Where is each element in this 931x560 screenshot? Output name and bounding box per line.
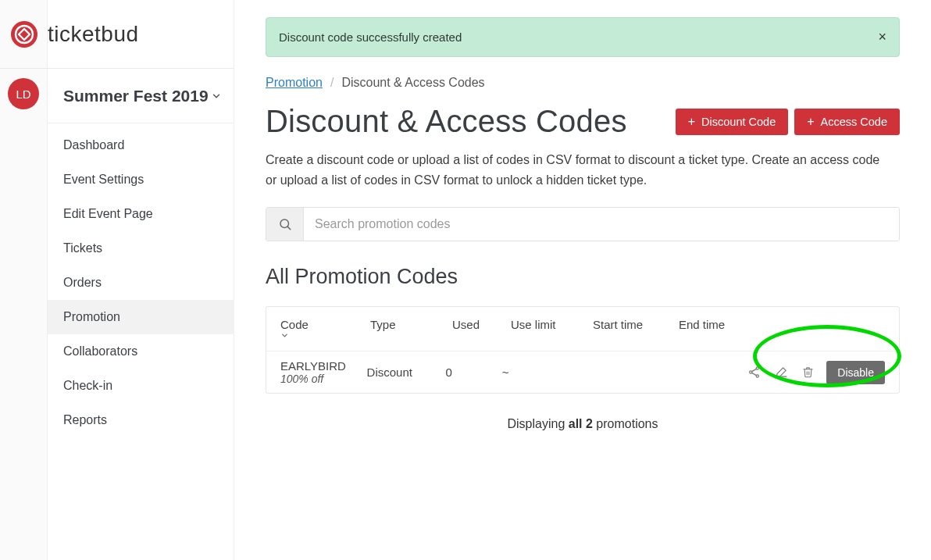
sidebar-item-orders[interactable]: Orders [48,266,234,300]
sidebar: ticketbud Summer Fest 2019 Dashboard Eve… [48,0,234,560]
flash-close-button[interactable]: × [878,29,886,45]
sidebar-item-tickets[interactable]: Tickets [48,231,234,266]
promotions-table: Code Type Used Use limit Start time End … [266,306,900,394]
cell-type: Discount [367,366,446,379]
chevron-down-icon [211,91,222,102]
pagination-text: Displaying all 2 promotions [266,417,900,431]
sidebar-item-edit-event-page[interactable]: Edit Event Page [48,197,234,231]
col-header-type[interactable]: Type [370,318,452,340]
flash-message: Discount code successfully created [279,30,462,44]
event-switcher[interactable]: Summer Fest 2019 [48,69,234,123]
cell-code: EARLYBIRD 100% off [280,359,367,385]
sidebar-item-promotion[interactable]: Promotion [48,300,234,334]
table-row: EARLYBIRD 100% off Discount 0 ~ [266,351,899,393]
search-bar [266,207,900,241]
add-access-code-button[interactable]: + Access Code [794,109,900,135]
col-header-code[interactable]: Code [280,318,370,340]
plus-icon: + [807,116,814,128]
col-header-use-limit[interactable]: Use limit [511,318,593,340]
sidebar-item-dashboard[interactable]: Dashboard [48,128,234,162]
button-label: Access Code [821,116,887,128]
add-discount-code-button[interactable]: + Discount Code [676,109,788,135]
breadcrumb-link-promotion[interactable]: Promotion [266,76,323,90]
success-flash: Discount code successfully created × [266,17,900,57]
cell-used: 0 [446,366,502,379]
sidebar-item-reports[interactable]: Reports [48,403,234,437]
breadcrumb: Promotion / Discount & Access Codes [266,76,900,90]
svg-line-3 [287,226,291,230]
svg-line-7 [752,369,757,372]
chevron-down-icon [280,331,370,340]
breadcrumb-separator: / [330,76,334,90]
sidebar-item-collaborators[interactable]: Collaborators [48,334,234,369]
avatar-column: LD [0,0,48,560]
edit-icon [775,366,788,379]
page-title: Discount & Access Codes [266,104,627,139]
trash-icon [802,366,814,379]
table-header: Code Type Used Use limit Start time End … [266,307,899,351]
button-label: Discount Code [701,116,776,128]
plus-icon: + [688,116,695,128]
page-description: Create a discount code or upload a list … [266,150,890,190]
edit-button[interactable] [773,364,790,380]
brand-name: ticketbud [48,22,139,47]
section-title: All Promotion Codes [266,265,900,289]
close-icon: × [878,29,886,45]
search-input[interactable] [304,208,899,241]
cell-use-limit: ~ [502,366,581,379]
code-value: EARLYBIRD [280,359,367,373]
search-icon [266,208,304,241]
sidebar-item-check-in[interactable]: Check-in [48,369,234,403]
share-icon [747,366,761,379]
col-header-end[interactable]: End time [679,318,765,340]
main-content: Discount code successfully created × Pro… [234,0,931,560]
sidebar-nav: Dashboard Event Settings Edit Event Page… [48,123,234,437]
event-title: Summer Fest 2019 [63,84,209,107]
disable-button[interactable]: Disable [826,361,885,384]
user-avatar[interactable]: LD [8,78,39,109]
code-discount: 100% off [280,373,367,385]
share-button[interactable] [746,364,762,380]
delete-button[interactable] [801,364,815,380]
sidebar-item-event-settings[interactable]: Event Settings [48,162,234,197]
svg-line-8 [752,373,757,376]
col-header-used[interactable]: Used [452,318,511,340]
col-header-start[interactable]: Start time [593,318,679,340]
breadcrumb-current: Discount & Access Codes [341,76,484,90]
